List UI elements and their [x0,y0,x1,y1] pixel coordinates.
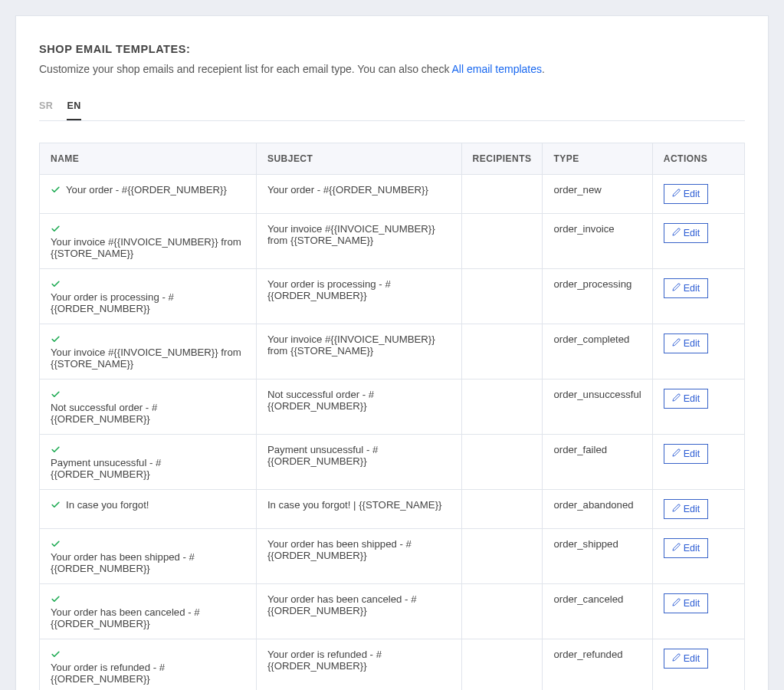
check-icon [51,389,61,402]
check-icon [51,500,61,512]
edit-button[interactable]: Edit [664,278,709,298]
cell-recipients [461,175,543,214]
button-label: Edit [684,653,700,664]
all-templates-link[interactable]: All email templates [452,63,543,75]
table-row: Your order is refunded - #{{ORDER_NUMBER… [40,639,745,691]
cell-type: order_completed [543,324,652,380]
cell-recipients [461,324,543,380]
template-name: Not successful order - #{{ORDER_NUMBER}} [51,402,245,425]
edit-button[interactable]: Edit [664,593,709,613]
cell-recipients [461,490,543,529]
pencil-icon [672,543,681,554]
cell-actions: Edit [652,269,744,324]
cell-subject: Payment unsucessful - #{{ORDER_NUMBER}} [256,435,461,490]
cell-type: order_unsuccessful [543,380,652,435]
cell-subject: Your order is refunded - #{{ORDER_NUMBER… [256,639,461,691]
cell-actions: Edit [652,435,744,490]
col-name-header: NAME [40,143,257,175]
language-tabs: SREN [39,94,745,121]
check-icon [51,185,61,197]
edit-button[interactable]: Edit [664,499,709,519]
edit-button[interactable]: Edit [664,184,709,204]
cell-name: In case you forgot! [40,490,257,529]
cell-subject: Your order - #{{ORDER_NUMBER}} [256,175,461,214]
cell-actions: Edit [652,584,744,639]
table-row: Your order - #{{ORDER_NUMBER}}Your order… [40,175,745,214]
template-name: Your order - #{{ORDER_NUMBER}} [66,184,227,196]
template-name: Your invoice #{{INVOICE_NUMBER}} from {{… [51,347,245,370]
button-label: Edit [684,504,700,514]
cell-type: order_canceled [543,584,652,639]
check-icon [51,279,61,291]
cell-recipients [461,380,543,435]
cell-subject: Your invoice #{{INVOICE_NUMBER}} from {{… [256,324,461,380]
table-row: Your invoice #{{INVOICE_NUMBER}} from {{… [40,214,745,269]
cell-recipients [461,639,543,691]
table-row: Payment unsucessful - #{{ORDER_NUMBER}}P… [40,435,745,490]
col-type-header: TYPE [543,143,652,175]
check-icon [51,539,61,551]
edit-button[interactable]: Edit [664,444,709,464]
edit-button[interactable]: Edit [664,223,709,243]
cell-name: Your order has been canceled - #{{ORDER_… [40,584,257,639]
page-title: SHOP EMAIL TEMPLATES: [39,43,745,55]
col-subject-header: SUBJECT [256,143,461,175]
col-actions-header: ACTIONS [652,143,744,175]
template-name: Your order has been shipped - #{{ORDER_N… [51,551,245,574]
edit-button[interactable]: Edit [664,538,709,558]
template-name: Payment unsucessful - #{{ORDER_NUMBER}} [51,457,245,480]
pencil-icon [672,189,681,199]
edit-button[interactable]: Edit [664,334,709,353]
pencil-icon [672,449,681,459]
cell-type: order_processing [543,269,652,324]
cell-name: Your invoice #{{INVOICE_NUMBER}} from {{… [40,214,257,269]
templates-table: NAME SUBJECT RECIPIENTS TYPE ACTIONS You… [39,143,745,690]
pencil-icon [672,598,681,609]
button-label: Edit [684,189,700,199]
cell-actions: Edit [652,639,744,691]
pencil-icon [672,393,681,404]
cell-actions: Edit [652,490,744,529]
edit-button[interactable]: Edit [664,389,709,409]
cell-subject: In case you forgot! | {{STORE_NAME}} [256,490,461,529]
pencil-icon [672,653,681,664]
table-row: Your order has been canceled - #{{ORDER_… [40,584,745,639]
cell-name: Your order - #{{ORDER_NUMBER}} [40,175,257,214]
cell-actions: Edit [652,380,744,435]
cell-recipients [461,584,543,639]
subtitle-suffix: . [542,63,545,75]
template-name: Your order is processing - #{{ORDER_NUMB… [51,291,245,314]
cell-type: order_failed [543,435,652,490]
template-name: Your order is refunded - #{{ORDER_NUMBER… [51,662,245,685]
pencil-icon [672,228,681,238]
email-templates-panel: SHOP EMAIL TEMPLATES: Customize your sho… [15,15,769,690]
check-icon [51,649,61,662]
cell-type: order_abandoned [543,490,652,529]
cell-recipients [461,529,543,584]
cell-subject: Not successful order - #{{ORDER_NUMBER}} [256,380,461,435]
button-label: Edit [684,228,700,238]
cell-name: Your order is processing - #{{ORDER_NUMB… [40,269,257,324]
cell-subject: Your order has been shipped - #{{ORDER_N… [256,529,461,584]
subtitle-prefix: Customize your shop emails and recepient… [39,63,452,75]
cell-recipients [461,214,543,269]
edit-button[interactable]: Edit [664,649,709,669]
tab-en[interactable]: EN [67,94,80,120]
check-icon [51,594,61,606]
cell-actions: Edit [652,175,744,214]
button-label: Edit [684,449,700,459]
template-name: In case you forgot! [66,499,149,511]
cell-name: Not successful order - #{{ORDER_NUMBER}} [40,380,257,435]
cell-name: Your order is refunded - #{{ORDER_NUMBER… [40,639,257,691]
table-row: Your order has been shipped - #{{ORDER_N… [40,529,745,584]
pencil-icon [672,283,681,294]
cell-type: order_refunded [543,639,652,691]
cell-actions: Edit [652,529,744,584]
cell-name: Payment unsucessful - #{{ORDER_NUMBER}} [40,435,257,490]
button-label: Edit [684,283,700,294]
tab-sr[interactable]: SR [39,94,53,120]
table-row: Your invoice #{{INVOICE_NUMBER}} from {{… [40,324,745,380]
cell-type: order_new [543,175,652,214]
pencil-icon [672,338,681,349]
button-label: Edit [684,543,700,554]
